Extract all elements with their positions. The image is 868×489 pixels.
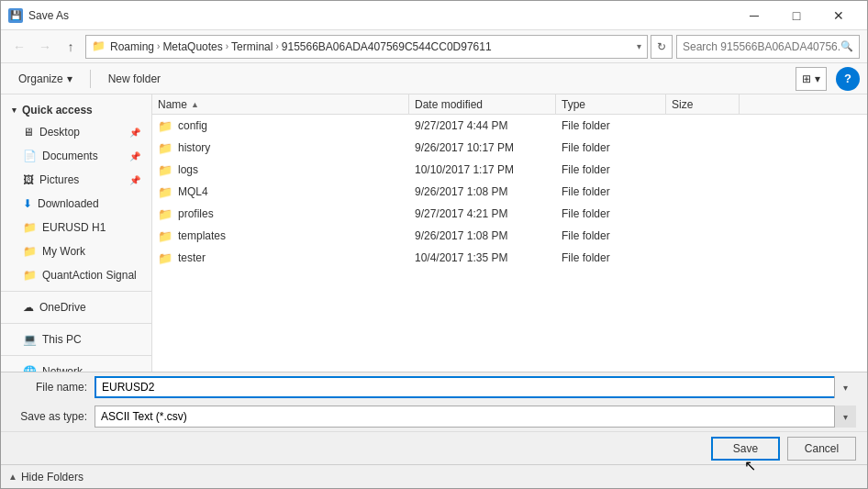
documents-icon: 📄: [23, 150, 37, 162]
path-dropdown-arrow[interactable]: ▾: [637, 41, 641, 51]
file-name-text: history: [178, 141, 210, 154]
sidebar-item-documents-label: Documents: [42, 150, 98, 162]
savetype-select[interactable]: ASCII Text (*.csv): [95, 406, 856, 428]
file-cell-size: [666, 159, 740, 181]
sidebar: ▾ Quick access 🖥 Desktop 📌 📄 Documents 📌…: [1, 94, 152, 372]
view-arrow: ▾: [815, 72, 820, 85]
filename-input-wrapper: ▾: [95, 376, 856, 398]
table-row[interactable]: 📁 history 9/26/2017 10:17 PM File folder: [152, 137, 867, 159]
file-cell-size: [666, 115, 740, 137]
filename-input[interactable]: [95, 376, 856, 398]
file-cell-size: [666, 247, 740, 269]
folder-icon: 📁: [158, 163, 172, 177]
toolbar-separator: [90, 70, 91, 88]
file-cell-name: 📁 logs: [152, 159, 409, 181]
file-cell-name: 📁 config: [152, 115, 409, 137]
file-cell-type: File folder: [556, 159, 666, 181]
window-icon: 💾: [8, 8, 23, 23]
sidebar-item-desktop[interactable]: 🖥 Desktop 📌: [1, 120, 151, 144]
sidebar-item-thispc[interactable]: 💻 This PC: [1, 328, 151, 351]
organize-button[interactable]: Organize ▾: [8, 67, 83, 91]
sidebar-item-onedrive[interactable]: ☁ OneDrive: [1, 295, 151, 319]
save-button[interactable]: Save: [711, 437, 780, 461]
cancel-label: Cancel: [805, 442, 839, 455]
file-name-text: logs: [178, 163, 198, 176]
quick-access-header[interactable]: ▾ Quick access: [1, 98, 151, 120]
address-path[interactable]: 📁 Roaming › MetaQuotes › Terminal › 9155…: [85, 35, 648, 59]
sidebar-item-onedrive-label: OneDrive: [39, 301, 86, 314]
file-cell-size: [666, 225, 740, 247]
filename-dropdown-arrow[interactable]: ▾: [834, 376, 856, 398]
sidebar-item-mywork-label: My Work: [42, 245, 85, 258]
file-cell-size: [666, 181, 740, 203]
new-folder-button[interactable]: New folder: [98, 67, 171, 91]
file-name-text: templates: [178, 229, 226, 242]
view-button[interactable]: ⊞ ▾: [796, 67, 827, 91]
file-list-body: 📁 config 9/27/2017 4:44 PM File folder 📁…: [152, 115, 867, 372]
col-header-size[interactable]: Size: [666, 94, 740, 114]
main-content: ▾ Quick access 🖥 Desktop 📌 📄 Documents 📌…: [1, 94, 867, 372]
file-cell-type: File folder: [556, 115, 666, 137]
table-row[interactable]: 📁 tester 10/4/2017 1:35 PM File folder: [152, 247, 867, 269]
file-cell-date: 9/27/2017 4:44 PM: [409, 115, 556, 137]
file-cell-size: [666, 137, 740, 159]
path-segment-id: 915566BA06ADA407569C544CC0D97611: [282, 40, 492, 53]
desktop-icon: 🖥: [23, 126, 34, 139]
folder-icon: 📁: [158, 251, 172, 265]
path-segment-terminal: Terminal: [231, 40, 273, 53]
file-cell-date: 9/26/2017 1:08 PM: [409, 181, 556, 203]
help-button[interactable]: ?: [836, 67, 860, 91]
sidebar-item-quantaction[interactable]: 📁 QuantAction Signal: [1, 263, 151, 287]
file-area: Name ▲ Date modified Type Size 📁 config: [152, 94, 867, 372]
toolbar: Organize ▾ New folder ⊞ ▾ ?: [1, 63, 867, 94]
table-row[interactable]: 📁 MQL4 9/26/2017 1:08 PM File folder: [152, 181, 867, 203]
file-cell-type: File folder: [556, 247, 666, 269]
save-label: Save: [733, 442, 758, 455]
folder-icon: 📁: [158, 185, 172, 199]
sidebar-item-eurusd[interactable]: 📁 EURUSD H1: [1, 216, 151, 239]
back-button[interactable]: ←: [8, 36, 30, 58]
sidebar-item-mywork[interactable]: 📁 My Work: [1, 239, 151, 263]
minimize-button[interactable]: ─: [733, 1, 775, 30]
path-segment-roaming: Roaming: [110, 40, 154, 53]
forward-button[interactable]: →: [34, 36, 56, 58]
file-cell-date: 9/26/2017 1:08 PM: [409, 225, 556, 247]
window-controls: ─ □ ✕: [733, 1, 860, 30]
path-arrow-3: ›: [275, 41, 278, 51]
search-input[interactable]: [683, 40, 840, 53]
sidebar-separator-1: [1, 291, 151, 292]
quick-access-arrow: ▾: [12, 106, 17, 115]
folder-icon: 📁: [158, 207, 172, 221]
table-row[interactable]: 📁 config 9/27/2017 4:44 PM File folder: [152, 115, 867, 137]
quantaction-folder-icon: 📁: [23, 269, 37, 282]
organize-arrow: ▾: [67, 72, 72, 85]
refresh-button[interactable]: ↻: [651, 35, 673, 59]
maximize-button[interactable]: □: [775, 1, 818, 30]
file-cell-name: 📁 tester: [152, 247, 409, 269]
table-row[interactable]: 📁 templates 9/26/2017 1:08 PM File folde…: [152, 225, 867, 247]
sidebar-item-network[interactable]: 🌐 Network: [1, 360, 151, 372]
col-header-date[interactable]: Date modified: [409, 94, 556, 114]
address-bar: ← → ↑ 📁 Roaming › MetaQuotes › Terminal …: [1, 30, 867, 63]
col-header-name[interactable]: Name ▲: [152, 94, 409, 114]
close-button[interactable]: ✕: [818, 1, 860, 30]
sidebar-item-thispc-label: This PC: [42, 333, 82, 346]
sidebar-item-pictures[interactable]: 🖼 Pictures 📌: [1, 168, 151, 192]
sidebar-item-downloaded[interactable]: ⬇ Downloaded: [1, 192, 151, 216]
cancel-button[interactable]: Cancel: [787, 437, 856, 461]
table-row[interactable]: 📁 profiles 9/27/2017 4:21 PM File folder: [152, 203, 867, 225]
hide-folders-label: Hide Folders: [21, 471, 83, 483]
sidebar-item-quantaction-label: QuantAction Signal: [42, 269, 137, 282]
quick-access-label: Quick access: [22, 104, 93, 117]
file-name-text: tester: [178, 251, 206, 264]
sidebar-item-documents[interactable]: 📄 Documents 📌: [1, 144, 151, 168]
file-cell-date: 10/10/2017 1:17 PM: [409, 159, 556, 181]
search-box: 🔍: [676, 35, 860, 59]
hide-folders-button[interactable]: ▲ Hide Folders: [8, 471, 83, 483]
up-button[interactable]: ↑: [60, 36, 82, 58]
col-header-type[interactable]: Type: [556, 94, 666, 114]
view-icon: ⊞: [802, 72, 811, 85]
table-row[interactable]: 📁 logs 10/10/2017 1:17 PM File folder: [152, 159, 867, 181]
col-date-label: Date modified: [415, 98, 483, 111]
path-arrow-2: ›: [226, 41, 228, 51]
